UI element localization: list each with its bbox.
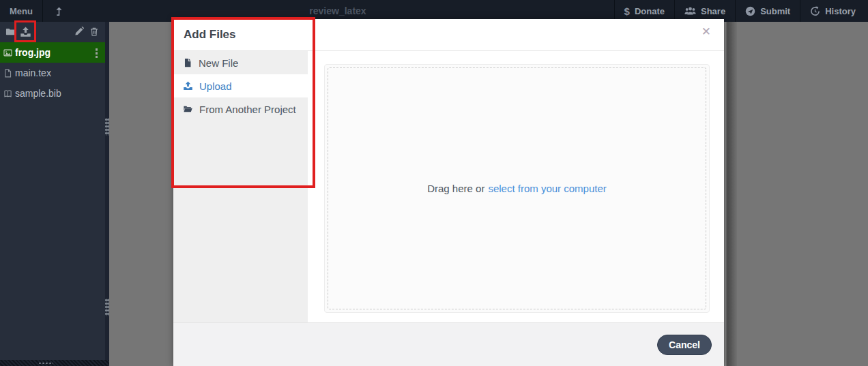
people-icon	[684, 6, 696, 16]
dimmed-pane-divider	[725, 22, 737, 366]
add-files-modal: Add Files ✕ New File Upload From Anoth	[173, 19, 724, 366]
history-icon	[810, 6, 820, 16]
tab-from-another-project[interactable]: From Another Project	[173, 97, 308, 121]
dollar-icon: $	[624, 5, 630, 17]
close-icon[interactable]: ✕	[701, 26, 711, 37]
file-name: sample.bib	[15, 88, 61, 99]
select-from-computer-link[interactable]: select from your computer	[488, 183, 606, 194]
new-folder-icon[interactable]	[5, 27, 16, 40]
file-icon	[3, 69, 12, 78]
new-file-icon	[183, 58, 192, 67]
menu-button-label: Menu	[10, 6, 33, 16]
modal-footer: Cancel	[173, 322, 724, 366]
cancel-button[interactable]: Cancel	[657, 335, 712, 355]
modal-header: Add Files ✕	[173, 19, 724, 51]
submit-button-label: Submit	[760, 6, 790, 16]
file-tree-toolbar	[0, 22, 109, 42]
level-up-icon	[54, 6, 64, 16]
upload-icon[interactable]	[20, 27, 31, 40]
history-button-label: History	[825, 6, 856, 16]
open-folder-icon	[183, 104, 193, 114]
upload-dropzone-inner: Drag here or select from your computer	[328, 67, 706, 309]
submit-button[interactable]: Submit	[735, 0, 800, 22]
tab-upload[interactable]: Upload	[173, 74, 308, 97]
tab-label: From Another Project	[199, 104, 296, 115]
upload-icon	[183, 81, 193, 91]
grip-dots-icon	[38, 362, 53, 365]
file-row-frog-jpg[interactable]: frog.jpg	[0, 42, 105, 63]
file-row-sample-bib[interactable]: sample.bib	[0, 83, 105, 104]
image-icon	[3, 48, 12, 57]
file-row-main-tex[interactable]: main.tex	[0, 63, 105, 83]
dropzone-text: Drag here or	[427, 183, 484, 194]
file-menu-kebab-icon[interactable]	[95, 48, 98, 58]
modal-title: Add Files	[184, 28, 236, 42]
submit-circle-icon	[745, 6, 755, 16]
outline-resize-handle[interactable]	[0, 360, 109, 366]
tab-new-file[interactable]: New File	[173, 51, 308, 74]
add-files-menu: New File Upload From Another Project	[173, 51, 308, 322]
book-icon	[3, 89, 12, 98]
file-name: frog.jpg	[15, 47, 50, 58]
donate-button-label: Donate	[635, 6, 665, 16]
menu-button[interactable]: Menu	[0, 0, 43, 22]
history-button[interactable]: History	[800, 0, 865, 22]
upload-dropzone[interactable]: Drag here or select from your computer	[324, 64, 710, 313]
rename-pencil-icon[interactable]	[74, 27, 84, 39]
delete-trash-icon[interactable]	[89, 27, 99, 40]
file-tree-sidebar: frog.jpg main.tex sample.bib	[0, 22, 109, 366]
share-button-label: Share	[701, 6, 725, 16]
back-to-projects-button[interactable]	[43, 0, 75, 22]
overleaf-screen: Menu review_latex $ Donate Share	[0, 0, 868, 366]
tab-label: New File	[199, 57, 238, 69]
file-name: main.tex	[15, 67, 51, 78]
tab-label: Upload	[199, 80, 232, 92]
